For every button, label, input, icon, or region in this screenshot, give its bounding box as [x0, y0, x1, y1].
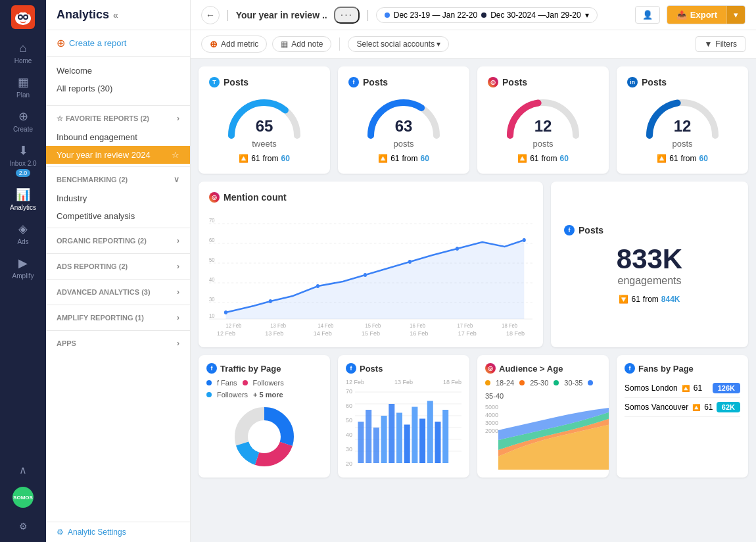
nav-group-amplify[interactable]: AMPLIFY REPORTING (1) › — [46, 308, 190, 328]
svg-rect-45 — [373, 428, 379, 463]
nav-group-benchmarking[interactable]: BENCHMARKING (2) ∨ — [46, 170, 190, 189]
nav-competitive-link[interactable]: Competitive analysis — [46, 207, 190, 225]
export-button-group: 📤 Export ▾ — [667, 5, 745, 24]
filters-label: Filters — [715, 39, 737, 49]
svg-text:40: 40 — [209, 276, 215, 283]
nav-bottom: ⚙ Analytic Settings — [46, 522, 190, 542]
analytic-settings-link[interactable]: ⚙ Analytic Settings — [57, 528, 179, 537]
sidebar-item-ads[interactable]: ◈ Ads — [0, 216, 46, 251]
create-icon: ⊕ — [18, 109, 28, 124]
twitter-card-title: Posts — [224, 77, 248, 87]
plan-icon: ▦ — [18, 75, 29, 89]
nav-collapse-icon[interactable]: « — [113, 10, 118, 20]
favorites-label: FAVORITE REPORTS (2) — [66, 114, 149, 122]
filter-icon: ▼ — [704, 39, 712, 49]
settings-gear-icon: ⚙ — [57, 528, 64, 537]
nav-group-apps[interactable]: APPS › — [46, 333, 190, 353]
nav-group-ads[interactable]: ADS REPORTING (2) › — [46, 257, 190, 276]
nav-title: Analytics — [57, 8, 109, 22]
sidebar-item-label: Create — [13, 126, 33, 133]
filters-button[interactable]: ▼ Filters — [696, 36, 745, 52]
sidebar-item-settings[interactable]: ⚙ — [0, 516, 46, 537]
export-dropdown-icon: ▾ — [734, 10, 738, 20]
svg-rect-43 — [358, 422, 364, 463]
nav-inbound-link[interactable]: Inbound engagement — [46, 128, 190, 146]
sidebar-item-analytics[interactable]: 📊 Analytics — [0, 182, 46, 216]
linkedin-icon: in — [627, 77, 638, 87]
inbox-icon: ⬇ — [18, 143, 28, 158]
svg-point-30 — [456, 247, 459, 251]
report-title: Your year in review .. — [236, 10, 327, 20]
svg-rect-51 — [419, 419, 425, 463]
user-button[interactable]: 👤 — [635, 6, 660, 24]
sidebar-item-label: Home — [14, 57, 32, 64]
ads-icon: ◈ — [18, 222, 28, 236]
twitter-up-icon: 🔼 — [239, 154, 248, 163]
date-chevron-icon: ▾ — [585, 11, 589, 20]
nav-group-favorites[interactable]: ☆ FAVORITE REPORTS (2) › — [46, 109, 190, 128]
svg-text:17 Feb: 17 Feb — [457, 322, 473, 329]
facebook-up-icon: 🔼 — [378, 154, 388, 163]
fans-vancouver-value: 61 — [704, 403, 713, 412]
nav-group-organic[interactable]: ORGANIC REPORTING (2) › — [46, 231, 190, 251]
create-report-button[interactable]: ⊕ Create a report — [57, 37, 179, 49]
export-button[interactable]: 📤 Export — [667, 6, 726, 24]
sidebar-item-plan[interactable]: ▦ Plan — [0, 70, 46, 104]
export-dropdown-button[interactable]: ▾ — [726, 6, 745, 24]
add-metric-button[interactable]: ⊕ Add metric — [201, 36, 267, 53]
sidebar-item-home[interactable]: ⌂ Home — [0, 36, 46, 70]
fb-posts-chart-card: f Posts 12 Feb13 Feb18 Feb 706050403020 — [338, 355, 469, 478]
svg-text:14 Feb: 14 Feb — [318, 322, 333, 329]
traffic-legend2: Followers + 5 more — [206, 391, 322, 399]
svg-text:10: 10 — [209, 312, 215, 319]
fans-vancouver-up-icon: 🔼 — [692, 404, 700, 411]
fb-posts-title: f Posts — [346, 363, 461, 374]
user-icon: 👤 — [642, 10, 653, 20]
fans-vancouver-name-group: Somos Vancouver 🔼 61 — [625, 403, 713, 412]
nav-welcome-link[interactable]: Welcome — [57, 62, 179, 80]
audience-legend: 18-24 25-30 30-35 35-40 — [485, 379, 601, 400]
linkedin-unit: posts — [672, 139, 692, 149]
nav-industry-link[interactable]: Industry — [46, 189, 190, 207]
fans-london-name-group: Somos London 🔼 61 — [625, 383, 702, 393]
svg-rect-48 — [396, 413, 402, 463]
engagement-fb-icon: f — [564, 225, 575, 235]
engagement-footer: 🔽 61 from 844K — [619, 295, 680, 304]
back-button[interactable]: ← — [201, 6, 220, 24]
sidebar-item-create[interactable]: ⊕ Create — [0, 104, 46, 138]
engagement-from-number: 844K — [661, 295, 680, 304]
back-icon: ← — [206, 10, 215, 20]
date-range-selector[interactable]: Dec 23-19 — Jan 22-20 Dec 30-2024 —Jan 2… — [376, 7, 598, 23]
add-note-button[interactable]: ▦ Add note — [272, 36, 331, 52]
svg-point-28 — [364, 273, 367, 277]
star-icon: ☆ — [57, 114, 63, 123]
nav-group-advanced[interactable]: ADVANCED ANALYTICS (3) › — [46, 282, 190, 302]
facebook-gauge: 63 — [364, 93, 443, 139]
ads-chevron: › — [177, 262, 179, 271]
fans-london-value: 61 — [694, 383, 702, 393]
svg-text:13 Feb: 13 Feb — [270, 322, 286, 329]
svg-text:70: 70 — [209, 216, 215, 224]
add-note-icon: ▦ — [281, 39, 288, 49]
social-accounts-button[interactable]: Select social accounts ▾ — [348, 36, 449, 52]
add-metric-label: Add metric — [221, 39, 258, 49]
facebook-icon: f — [348, 77, 359, 87]
svg-text:16 Feb: 16 Feb — [410, 322, 425, 329]
nav-all-reports-link[interactable]: All reports (30) — [57, 80, 179, 97]
export-icon: 📤 — [676, 10, 687, 20]
sidebar-item-inbox[interactable]: ⬇ Inbox 2.0 2.0 — [0, 138, 46, 182]
more-options-button[interactable]: ··· — [334, 7, 360, 24]
settings-icon: ⚙ — [19, 521, 28, 531]
linkedin-up-icon: 🔼 — [657, 154, 667, 163]
nav-active-item[interactable]: Your year in review 2024 ☆ — [46, 146, 190, 164]
sidebar-item-collapse[interactable]: ∧ — [0, 458, 46, 481]
user-avatar[interactable]: SOMOS — [12, 481, 34, 516]
svg-point-27 — [316, 284, 319, 288]
linkedin-gauge: 12 — [643, 93, 722, 139]
top-bar: ← | Your year in review .. ··· | Dec 23-… — [191, 0, 756, 30]
sidebar-item-amplify[interactable]: ▶ Amplify — [0, 251, 46, 285]
age-35-dot — [588, 380, 593, 385]
instagram-card-header: ◎ Posts — [488, 77, 527, 87]
analytics-icon: 📊 — [16, 187, 30, 202]
sidebar-item-label: Plan — [16, 91, 30, 99]
